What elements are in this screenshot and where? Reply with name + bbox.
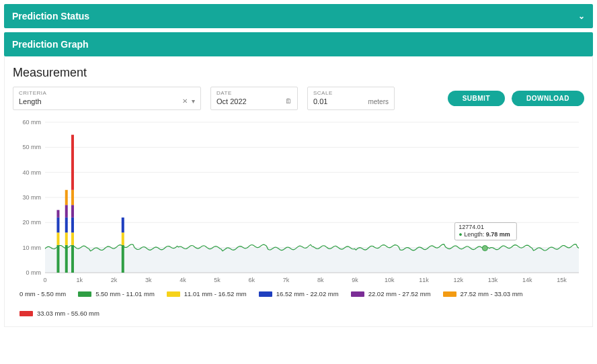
chart-area[interactable]: 0 mm10 mm20 mm30 mm40 mm50 mm60 mm01k2k3… xyxy=(13,118,584,286)
svg-text:0 mm: 0 mm xyxy=(26,269,42,276)
prediction-status-title: Prediction Status xyxy=(12,11,89,21)
svg-text:11k: 11k xyxy=(419,277,429,283)
criteria-value: Length xyxy=(19,97,42,105)
calendar-icon[interactable]: 🗓 xyxy=(285,98,292,105)
prediction-status-header[interactable]: Prediction Status ⌄ xyxy=(4,4,593,28)
controls-row: CRITERIA Length ✕ ▾ DATE Oct 2022 🗓 SCAL… xyxy=(13,87,584,110)
legend-label: 33.03 mm - 55.60 mm xyxy=(37,310,100,317)
svg-text:0: 0 xyxy=(43,277,46,283)
svg-rect-33 xyxy=(56,232,59,245)
legend-item: 27.52 mm - 33.03 mm xyxy=(443,290,523,298)
download-button[interactable]: DOWNLOAD xyxy=(512,91,584,106)
clear-icon[interactable]: ✕ xyxy=(182,98,188,105)
scale-unit: meters xyxy=(368,98,389,105)
svg-text:10k: 10k xyxy=(385,277,395,283)
legend-swatch xyxy=(259,291,272,297)
legend-item: 5.50 mm - 11.01 mm xyxy=(78,290,155,298)
legend-item: 11.01 mm - 16.52 mm xyxy=(167,290,247,298)
svg-text:60 mm: 60 mm xyxy=(22,119,41,126)
svg-point-50 xyxy=(482,245,487,251)
date-value: Oct 2022 xyxy=(216,97,247,105)
criteria-select[interactable]: CRITERIA Length ✕ ▾ xyxy=(13,87,201,110)
svg-rect-41 xyxy=(71,245,74,273)
legend-swatch xyxy=(78,291,91,297)
svg-rect-45 xyxy=(71,190,74,205)
svg-rect-46 xyxy=(71,135,74,190)
svg-text:15k: 15k xyxy=(557,277,567,283)
date-picker[interactable]: DATE Oct 2022 🗓 xyxy=(210,87,298,110)
svg-text:1k: 1k xyxy=(76,277,83,283)
legend-swatch xyxy=(167,291,180,297)
legend-item: 33.03 mm - 55.60 mm xyxy=(19,310,100,317)
button-group: SUBMIT DOWNLOAD xyxy=(448,87,584,110)
svg-text:13k: 13k xyxy=(488,277,498,283)
svg-text:6k: 6k xyxy=(249,277,255,283)
chart-svg: 0 mm10 mm20 mm30 mm40 mm50 mm60 mm01k2k3… xyxy=(13,118,586,286)
svg-text:10 mm: 10 mm xyxy=(22,244,41,251)
svg-rect-40 xyxy=(65,190,68,205)
svg-text:20 mm: 20 mm xyxy=(22,219,41,226)
legend-row: 0 mm - 5.50 mm5.50 mm - 11.01 mm11.01 mm… xyxy=(13,286,584,317)
submit-button[interactable]: SUBMIT xyxy=(448,91,505,106)
svg-text:5k: 5k xyxy=(214,277,221,283)
svg-text:3k: 3k xyxy=(145,277,152,283)
svg-rect-32 xyxy=(56,245,59,273)
svg-rect-48 xyxy=(122,232,124,245)
svg-rect-39 xyxy=(65,205,68,218)
scale-value: 0.01 xyxy=(313,97,327,105)
svg-text:12774.01: 12774.01 xyxy=(459,224,484,230)
svg-rect-47 xyxy=(122,245,124,273)
legend-label: 0 mm - 5.50 mm xyxy=(19,290,66,298)
svg-text:7k: 7k xyxy=(283,277,290,283)
scale-input[interactable]: SCALE 0.01 meters xyxy=(307,87,395,110)
legend-item: 22.02 mm - 27.52 mm xyxy=(351,290,431,298)
svg-text:50 mm: 50 mm xyxy=(22,144,41,150)
svg-text:● Length: 9.78 mm: ● Length: 9.78 mm xyxy=(459,231,510,238)
prediction-graph-panel: Prediction Graph Measurement CRITERIA Le… xyxy=(4,32,593,327)
criteria-label: CRITERIA xyxy=(19,90,195,96)
svg-text:8k: 8k xyxy=(317,277,324,283)
svg-rect-35 xyxy=(56,210,59,218)
date-label: DATE xyxy=(216,90,292,96)
svg-rect-38 xyxy=(65,218,68,232)
scale-label: SCALE xyxy=(313,90,389,96)
prediction-graph-body: Measurement CRITERIA Length ✕ ▾ DATE Oct… xyxy=(4,56,593,327)
svg-rect-36 xyxy=(65,245,68,273)
svg-rect-49 xyxy=(122,218,124,232)
svg-rect-34 xyxy=(56,218,59,232)
legend-label: 11.01 mm - 16.52 mm xyxy=(184,290,247,298)
legend-label: 27.52 mm - 33.03 mm xyxy=(461,290,523,298)
svg-text:12k: 12k xyxy=(453,277,463,283)
legend-label: 5.50 mm - 11.01 mm xyxy=(95,290,155,298)
legend-item: 0 mm - 5.50 mm xyxy=(19,290,66,298)
svg-rect-14 xyxy=(45,248,579,273)
legend-swatch xyxy=(351,291,364,297)
legend-item: 16.52 mm - 22.02 mm xyxy=(259,290,339,298)
prediction-graph-header[interactable]: Prediction Graph xyxy=(4,32,593,56)
svg-text:9k: 9k xyxy=(352,277,358,283)
svg-text:14k: 14k xyxy=(522,277,532,283)
legend-label: 22.02 mm - 27.52 mm xyxy=(368,290,431,298)
prediction-graph-title: Prediction Graph xyxy=(12,39,89,50)
legend-swatch xyxy=(443,291,456,297)
measurement-heading: Measurement xyxy=(13,66,584,80)
svg-text:2k: 2k xyxy=(111,277,118,283)
prediction-status-panel: Prediction Status ⌄ xyxy=(4,4,593,28)
dropdown-icon[interactable]: ▾ xyxy=(192,98,195,105)
svg-text:4k: 4k xyxy=(180,277,186,283)
svg-text:40 mm: 40 mm xyxy=(22,169,41,176)
chevron-down-icon: ⌄ xyxy=(578,11,585,21)
svg-rect-42 xyxy=(71,232,74,245)
legend-label: 16.52 mm - 22.02 mm xyxy=(276,290,339,298)
legend-swatch xyxy=(19,311,33,316)
svg-rect-37 xyxy=(65,232,68,245)
svg-text:30 mm: 30 mm xyxy=(22,194,41,201)
svg-rect-44 xyxy=(71,205,74,218)
svg-rect-43 xyxy=(71,218,74,232)
